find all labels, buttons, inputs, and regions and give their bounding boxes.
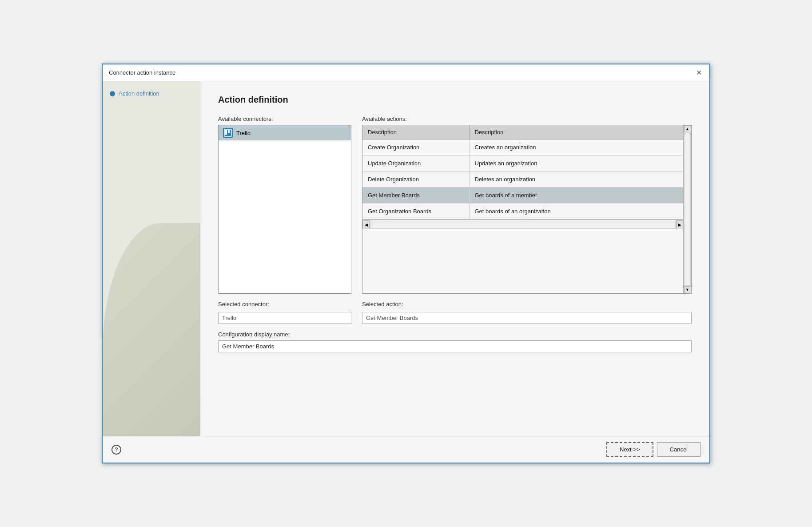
connector-item-name: Trello [236,130,251,136]
table-row[interactable]: Create Organization Creates an organizat… [362,140,683,156]
trello-icon [223,128,233,138]
scroll-up-button[interactable]: ▲ [684,125,691,132]
scroll-right-button[interactable]: ▶ [676,220,683,229]
scroll-left-button[interactable]: ◀ [362,220,370,229]
title-bar: Connector action instance ✕ [103,64,709,81]
dialog-footer: ? Next >> Cancel [103,436,709,463]
selected-action-group: Selected action: [362,301,692,324]
available-actions-label: Available actions: [362,116,692,122]
connectors-list[interactable]: Trello [218,125,351,294]
actions-col-header-1: Description [362,125,469,140]
connectors-actions-section: Available connectors: Trello [218,116,692,294]
step-dot-icon [110,91,115,96]
selected-action-input[interactable] [362,312,692,324]
actions-table-wrapper: Description Description Create Organizat… [362,125,692,294]
actions-col-header-2: Description [469,125,683,140]
action-name-cell: Get Organization Boards [362,204,469,220]
available-connectors-label: Available connectors: [218,116,351,122]
footer-buttons: Next >> Cancel [606,442,701,457]
connector-item-trello[interactable]: Trello [219,125,351,140]
table-row[interactable]: Delete Organization Deletes an organizat… [362,172,683,188]
action-description-cell: Get boards of a member [469,188,683,204]
svg-rect-1 [225,130,227,135]
scroll-down-button[interactable]: ▼ [684,286,691,293]
config-display-name-input[interactable] [218,340,692,352]
horizontal-scrollbar[interactable]: ◀ ▶ [362,220,683,229]
close-button[interactable]: ✕ [694,68,703,77]
table-row[interactable]: Update Organization Updates an organizat… [362,156,683,172]
sidebar: Action definition [103,81,200,436]
action-name-cell: Update Organization [362,156,469,172]
action-name-cell: Delete Organization [362,172,469,188]
help-icon[interactable]: ? [111,445,121,455]
svg-rect-2 [228,130,230,133]
config-display-name-section: Configuration display name: [218,331,692,352]
dialog-title: Connector action instance [109,69,175,76]
action-description-cell: Updates an organization [469,156,683,172]
selected-connector-group: Selected connector: [218,301,351,324]
dialog-window: Connector action instance ✕ Action defin… [102,64,710,463]
sidebar-background [103,223,200,436]
action-name-cell: Create Organization [362,140,469,156]
page-title: Action definition [218,95,692,105]
table-row[interactable]: Get Member Boards Get boards of a member [362,188,683,204]
main-content: Action definition Available connectors: [200,81,709,436]
sidebar-step-action-definition: Action definition [110,90,193,97]
action-description-cell: Deletes an organization [469,172,683,188]
connectors-column: Available connectors: Trello [218,116,351,294]
next-button[interactable]: Next >> [606,442,653,457]
dialog-body: Action definition Action definition Avai… [103,81,709,436]
action-name-cell: Get Member Boards [362,188,469,204]
vertical-scrollbar[interactable]: ▲ ▼ [683,125,691,293]
actions-table: Description Description Create Organizat… [362,125,683,220]
selected-connector-label: Selected connector: [218,301,351,307]
config-display-name-label: Configuration display name: [218,331,692,338]
action-description-cell: Get boards of an organization [469,204,683,220]
action-description-cell: Creates an organization [469,140,683,156]
table-row[interactable]: Get Organization Boards Get boards of an… [362,204,683,220]
actions-column: Available actions: Description Descripti… [362,116,692,294]
selected-action-label: Selected action: [362,301,692,307]
sidebar-item-label: Action definition [119,90,159,97]
selected-fields-row: Selected connector: Selected action: [218,301,692,324]
actions-table-scroll: Description Description Create Organizat… [362,125,683,293]
selected-connector-input[interactable] [218,312,351,324]
cancel-button[interactable]: Cancel [657,442,701,457]
